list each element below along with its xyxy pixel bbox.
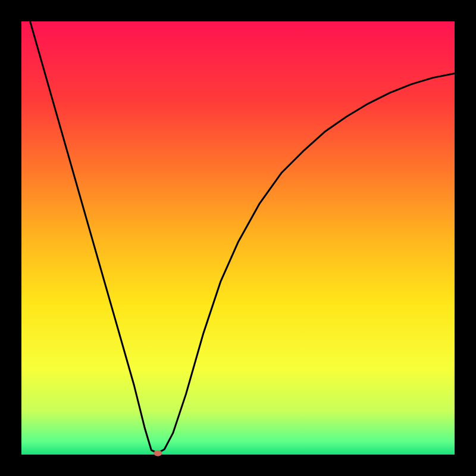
plot-background — [21, 21, 455, 455]
bottleneck-chart — [0, 0, 476, 476]
minimum-marker — [154, 450, 162, 456]
